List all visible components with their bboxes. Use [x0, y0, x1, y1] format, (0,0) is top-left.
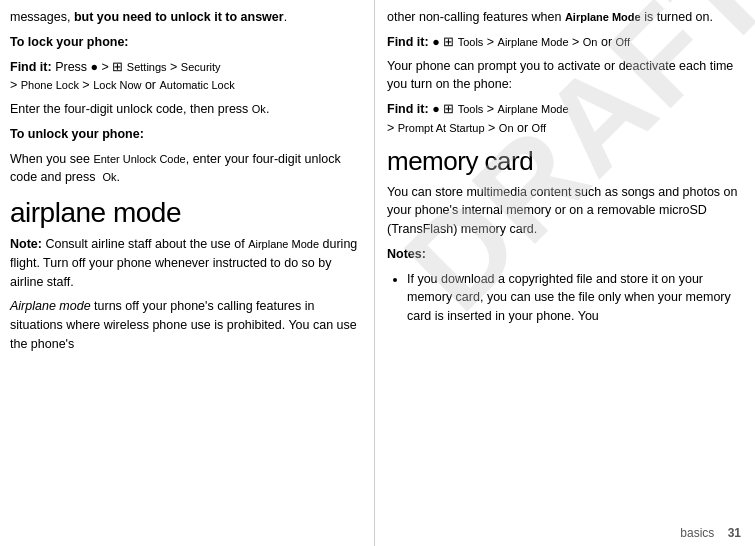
note-paragraph: Note: Consult airline staff about the us… — [10, 235, 362, 291]
airplane-mode-heading: airplane mode — [10, 197, 362, 229]
intro-end: . — [284, 10, 287, 24]
unlock-text: When you see Enter Unlock Code, enter yo… — [10, 150, 362, 188]
findit1: Find it: ● ⊞ Tools > Airplane Mode > On … — [387, 33, 743, 52]
prompt-text: Your phone can prompt you to activate or… — [387, 57, 743, 95]
other-features-paragraph: other non-calling features when Airplane… — [387, 8, 743, 27]
list-item: If you download a copyrighted file and s… — [407, 270, 743, 326]
memory-card-heading: memory card — [387, 146, 743, 177]
notes-list: If you download a copyrighted file and s… — [387, 270, 743, 326]
notes-label: Notes: — [387, 245, 743, 264]
unlock-heading: To unlock your phone: — [10, 125, 362, 144]
page-footer: basics 31 — [680, 526, 741, 540]
footer-label: basics — [680, 526, 714, 540]
lock-heading: To lock your phone: — [10, 33, 362, 52]
intro-paragraph: messages, but you need to unlock it to a… — [10, 8, 362, 27]
intro-text: messages, — [10, 10, 74, 24]
findit2: Find it: ● ⊞ Tools > Airplane Mode> Prom… — [387, 100, 743, 138]
memory-text: You can store multimedia content such as… — [387, 183, 743, 239]
lock-findit: Find it: Press ● > ⊞ Settings > Security… — [10, 58, 362, 96]
italic-paragraph: Airplane mode turns off your phone's cal… — [10, 297, 362, 353]
right-column: DRAFT other non-calling features when Ai… — [375, 0, 755, 546]
left-column: messages, but you need to unlock it to a… — [0, 0, 375, 546]
intro-bold: but you need to unlock it to answer — [74, 10, 284, 24]
lock-instruction: Enter the four-digit unlock code, then p… — [10, 100, 362, 119]
page-number: 31 — [728, 526, 741, 540]
findit-label: Find it: — [10, 60, 52, 74]
